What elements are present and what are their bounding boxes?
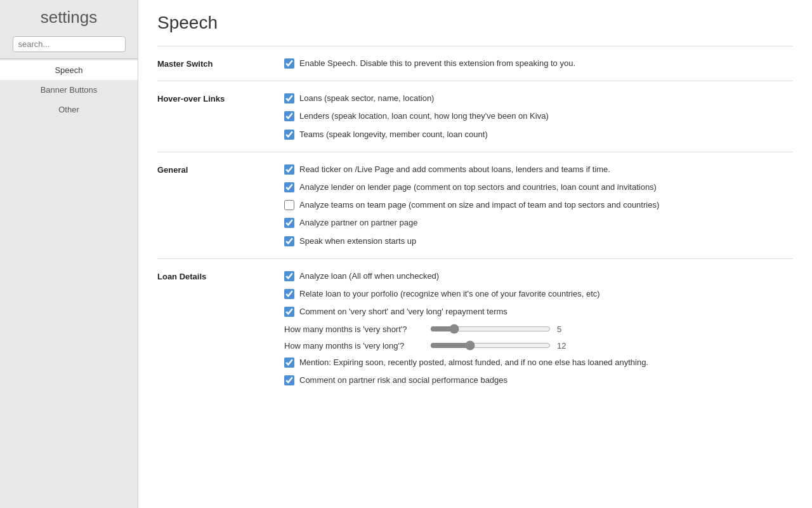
analyze-partner-label: Analyze partner on partner page (299, 217, 417, 229)
checkbox-row: Enable Speech. Disable this to prevent t… (284, 58, 793, 69)
sidebar-title: settings (41, 8, 98, 27)
section-label-loan-details: Loan Details (157, 271, 284, 387)
analyze-loan-label: Analyze loan (All off when unchecked) (299, 271, 439, 282)
mention-expiring-checkbox[interactable] (284, 358, 294, 368)
sidebar-item-banner-buttons[interactable]: Banner Buttons (0, 80, 138, 100)
teams-checkbox[interactable] (284, 130, 294, 140)
checkbox-row: Teams (speak longevity, member count, lo… (284, 129, 793, 140)
checkbox-row: Analyze lender on lender page (comment o… (284, 182, 793, 193)
checkbox-row: Loans (speak sector, name, location) (284, 93, 793, 104)
analyze-teams-checkbox[interactable] (284, 200, 294, 210)
sidebar-divider (0, 58, 138, 59)
slider-very-long[interactable] (430, 340, 551, 351)
comment-partner-label: Comment on partner risk and social perfo… (299, 375, 508, 386)
checkbox-row: Read ticker on /Live Page and add commen… (284, 164, 793, 175)
checkbox-row: Analyze loan (All off when unchecked) (284, 271, 793, 282)
analyze-partner-checkbox[interactable] (284, 218, 294, 228)
mention-expiring-label: Mention: Expiring soon, recently posted,… (299, 357, 648, 368)
checkbox-row: Speak when extension starts up (284, 236, 793, 247)
lenders-checkbox[interactable] (284, 111, 294, 121)
analyze-lender-checkbox[interactable] (284, 182, 294, 192)
checkbox-row: Comment on partner risk and social perfo… (284, 375, 793, 386)
checkbox-row: Relate loan to your porfolio (recognize … (284, 288, 793, 300)
checkbox-row: Lenders (speak location, loan count, how… (284, 110, 793, 122)
section-master-switch: Master Switch Enable Speech. Disable thi… (157, 46, 793, 81)
section-label-master-switch: Master Switch (157, 58, 284, 69)
comment-repayment-label: Comment on 'very short' and 'very long' … (299, 306, 508, 318)
checkbox-row: Analyze partner on partner page (284, 217, 793, 229)
section-loan-details: Loan Details Analyze loan (All off when … (157, 258, 793, 398)
loans-checkbox[interactable] (284, 93, 294, 104)
read-ticker-checkbox[interactable] (284, 164, 294, 175)
slider-very-long-value: 12 (557, 341, 570, 351)
analyze-teams-label: Analyze teams on team page (comment on s… (299, 199, 659, 211)
section-general: General Read ticker on /Live Page and ad… (157, 152, 793, 258)
slider-row-very-short: How many months is 'very short'? 5 (284, 324, 793, 334)
section-hover-over-links: Hover-over Links Loans (speak sector, na… (157, 81, 793, 152)
lenders-label: Lenders (speak location, loan count, how… (299, 110, 549, 122)
comment-partner-checkbox[interactable] (284, 375, 294, 385)
section-label-hover-over-links: Hover-over Links (157, 93, 284, 140)
comment-repayment-checkbox[interactable] (284, 307, 294, 317)
sidebar-item-speech[interactable]: Speech (0, 60, 138, 80)
slider-very-short-label: How many months is 'very short'? (284, 324, 424, 334)
sidebar-item-other[interactable]: Other (0, 100, 138, 119)
analyze-loan-checkbox[interactable] (284, 271, 294, 281)
section-content-master-switch: Enable Speech. Disable this to prevent t… (284, 58, 793, 69)
analyze-lender-label: Analyze lender on lender page (comment o… (299, 182, 657, 193)
slider-very-short[interactable] (430, 324, 551, 334)
slider-very-long-label: How many months is 'very long'? (284, 341, 424, 351)
section-content-general: Read ticker on /Live Page and add commen… (284, 164, 793, 247)
read-ticker-label: Read ticker on /Live Page and add commen… (299, 164, 610, 175)
section-content-hover-over-links: Loans (speak sector, name, location) Len… (284, 93, 793, 140)
enable-speech-checkbox[interactable] (284, 58, 294, 69)
teams-label: Teams (speak longevity, member count, lo… (299, 129, 488, 140)
main-content: Speech Master Switch Enable Speech. Disa… (138, 0, 812, 508)
speak-startup-checkbox[interactable] (284, 236, 294, 246)
relate-loan-checkbox[interactable] (284, 289, 294, 299)
slider-row-very-long: How many months is 'very long'? 12 (284, 340, 793, 351)
loans-label: Loans (speak sector, name, location) (299, 93, 434, 104)
checkbox-row: Mention: Expiring soon, recently posted,… (284, 357, 793, 368)
section-label-general: General (157, 164, 284, 247)
enable-speech-label: Enable Speech. Disable this to prevent t… (299, 58, 575, 69)
search-input[interactable] (13, 36, 126, 52)
sidebar: settings Speech Banner Buttons Other (0, 0, 138, 508)
relate-loan-label: Relate loan to your porfolio (recognize … (299, 288, 600, 300)
checkbox-row: Analyze teams on team page (comment on s… (284, 199, 793, 211)
section-content-loan-details: Analyze loan (All off when unchecked) Re… (284, 271, 793, 387)
page-title: Speech (157, 13, 793, 33)
checkbox-row: Comment on 'very short' and 'very long' … (284, 306, 793, 318)
slider-very-short-value: 5 (557, 324, 570, 334)
speak-startup-label: Speak when extension starts up (299, 236, 416, 247)
